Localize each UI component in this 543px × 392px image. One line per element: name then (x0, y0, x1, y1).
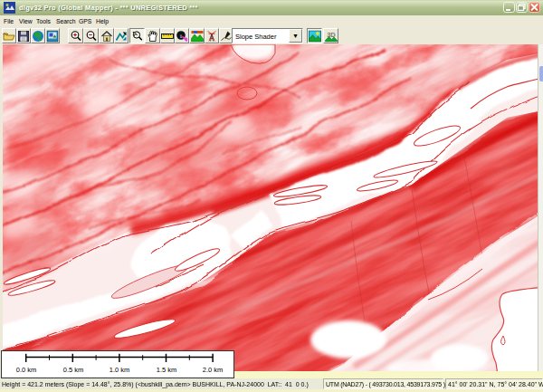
svg-text:i: i (180, 32, 182, 39)
